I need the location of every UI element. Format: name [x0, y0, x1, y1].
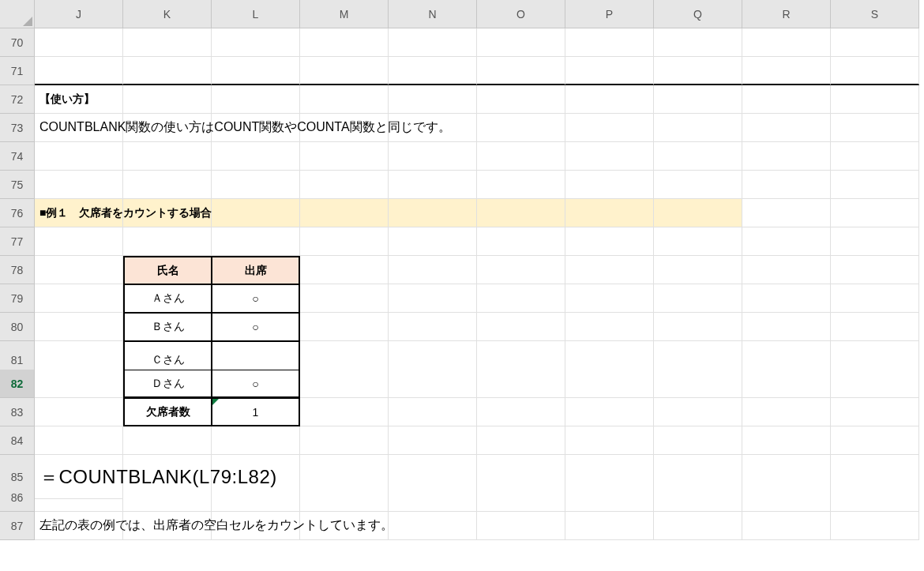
- row-header-71[interactable]: 71: [0, 57, 35, 85]
- spreadsheet-grid[interactable]: J K L M N O P Q R S 70 71 72 【使い方】 73 CO…: [0, 0, 924, 540]
- cell-R83[interactable]: [742, 398, 831, 426]
- cell-N87[interactable]: [389, 512, 477, 540]
- cell-N86[interactable]: [389, 483, 477, 512]
- cell-L74[interactable]: [212, 142, 300, 171]
- cell-J85-formula[interactable]: ＝COUNTBLANK(L79:L82): [35, 455, 123, 499]
- cell-N74[interactable]: [389, 142, 477, 171]
- row-header-84[interactable]: 84: [0, 426, 35, 455]
- cell-S87[interactable]: [831, 512, 919, 540]
- cell-L71[interactable]: [212, 57, 300, 85]
- row-header-83[interactable]: 83: [0, 398, 35, 426]
- row-header-73[interactable]: 73: [0, 114, 35, 142]
- cell-P87[interactable]: [565, 512, 654, 540]
- col-header-R[interactable]: R: [742, 0, 831, 28]
- cell-M82[interactable]: [300, 370, 389, 398]
- cell-P76[interactable]: [565, 199, 654, 227]
- cell-R87[interactable]: [742, 512, 831, 540]
- cell-S71[interactable]: [831, 57, 919, 85]
- cell-P75[interactable]: [565, 171, 654, 199]
- cell-M75[interactable]: [300, 171, 389, 199]
- cell-P78[interactable]: [565, 256, 654, 284]
- cell-Q76[interactable]: [654, 199, 742, 227]
- row-header-82[interactable]: 82: [0, 370, 35, 398]
- cell-Q82[interactable]: [654, 370, 742, 398]
- cell-J84[interactable]: [35, 426, 123, 455]
- cell-S84[interactable]: [831, 426, 919, 455]
- cell-N75[interactable]: [389, 171, 477, 199]
- row-header-80[interactable]: 80: [0, 313, 35, 341]
- cell-P86[interactable]: [565, 483, 654, 512]
- cell-S75[interactable]: [831, 171, 919, 199]
- cell-N79[interactable]: [389, 284, 477, 313]
- row-header-72[interactable]: 72: [0, 85, 35, 114]
- cell-K84[interactable]: [123, 426, 212, 455]
- cell-K75[interactable]: [123, 171, 212, 199]
- cell-N78[interactable]: [389, 256, 477, 284]
- cell-M76[interactable]: [300, 199, 389, 227]
- row-header-86[interactable]: 86: [0, 483, 35, 512]
- cell-Q86[interactable]: [654, 483, 742, 512]
- cell-R76[interactable]: [742, 199, 831, 227]
- col-header-P[interactable]: P: [565, 0, 654, 28]
- cell-M83[interactable]: [300, 398, 389, 426]
- cell-L70[interactable]: [212, 28, 300, 57]
- row-header-76[interactable]: 76: [0, 199, 35, 227]
- cell-S83[interactable]: [831, 398, 919, 426]
- col-header-Q[interactable]: Q: [654, 0, 742, 28]
- cell-O75[interactable]: [477, 171, 565, 199]
- cell-Q83[interactable]: [654, 398, 742, 426]
- cell-P82[interactable]: [565, 370, 654, 398]
- cell-L78-attend-header[interactable]: 出席: [212, 256, 300, 284]
- cell-S80[interactable]: [831, 313, 919, 341]
- cell-J77[interactable]: [35, 227, 123, 256]
- cell-K78-name-header[interactable]: 氏名: [123, 256, 212, 284]
- cell-O79[interactable]: [477, 284, 565, 313]
- cell-L72[interactable]: [212, 85, 300, 114]
- cell-M84[interactable]: [300, 426, 389, 455]
- cell-R70[interactable]: [742, 28, 831, 57]
- cell-P72[interactable]: [565, 85, 654, 114]
- cell-J82[interactable]: [35, 370, 123, 398]
- cell-K80[interactable]: Ｂさん: [123, 313, 212, 341]
- cell-O77[interactable]: [477, 227, 565, 256]
- cell-M80[interactable]: [300, 313, 389, 341]
- cell-P71[interactable]: [565, 57, 654, 85]
- cell-S82[interactable]: [831, 370, 919, 398]
- cell-O86[interactable]: [477, 483, 565, 512]
- cell-L84[interactable]: [212, 426, 300, 455]
- cell-L79[interactable]: ○: [212, 284, 300, 313]
- cell-M71[interactable]: [300, 57, 389, 85]
- cell-P77[interactable]: [565, 227, 654, 256]
- cell-R84[interactable]: [742, 426, 831, 455]
- cell-J83[interactable]: [35, 398, 123, 426]
- cell-L80[interactable]: ○: [212, 313, 300, 341]
- cell-P73[interactable]: [565, 114, 654, 142]
- cell-M86[interactable]: [300, 483, 389, 512]
- cell-O71[interactable]: [477, 57, 565, 85]
- cell-Q84[interactable]: [654, 426, 742, 455]
- cell-M70[interactable]: [300, 28, 389, 57]
- cell-K71[interactable]: [123, 57, 212, 85]
- cell-S76[interactable]: [831, 199, 919, 227]
- cell-Q79[interactable]: [654, 284, 742, 313]
- cell-Q72[interactable]: [654, 85, 742, 114]
- cell-S78[interactable]: [831, 256, 919, 284]
- cell-M72[interactable]: [300, 85, 389, 114]
- cell-J80[interactable]: [35, 313, 123, 341]
- cell-N80[interactable]: [389, 313, 477, 341]
- cell-P80[interactable]: [565, 313, 654, 341]
- cell-Q78[interactable]: [654, 256, 742, 284]
- cell-J73[interactable]: COUNTBLANK関数の使い方はCOUNT関数やCOUNTA関数と同じです。: [35, 114, 123, 142]
- cell-N76[interactable]: [389, 199, 477, 227]
- cell-N77[interactable]: [389, 227, 477, 256]
- cell-R72[interactable]: [742, 85, 831, 114]
- cell-S77[interactable]: [831, 227, 919, 256]
- cell-J75[interactable]: [35, 171, 123, 199]
- cell-P74[interactable]: [565, 142, 654, 171]
- row-header-78[interactable]: 78: [0, 256, 35, 284]
- cell-J70[interactable]: [35, 28, 123, 57]
- cell-K79[interactable]: Ａさん: [123, 284, 212, 313]
- cell-R79[interactable]: [742, 284, 831, 313]
- cell-N82[interactable]: [389, 370, 477, 398]
- cell-N84[interactable]: [389, 426, 477, 455]
